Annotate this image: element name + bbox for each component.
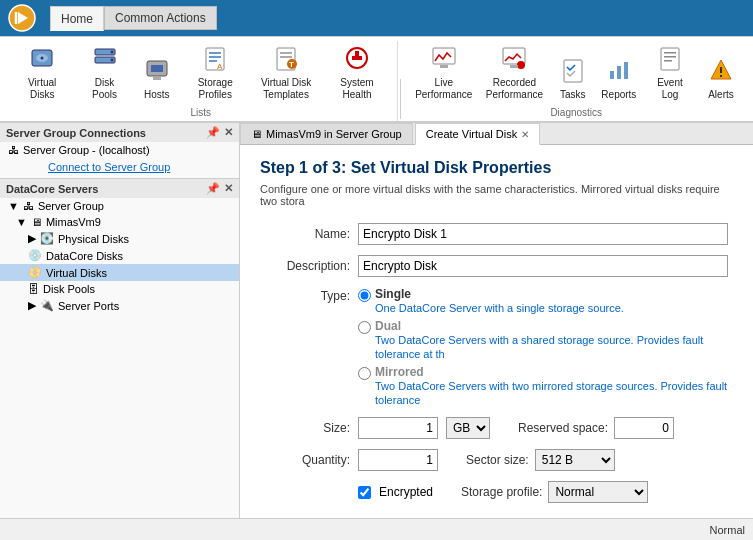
ribbon: Virtual Disks Disk Pools [0,37,753,123]
sector-size-select[interactable]: 512 B 4096 B [535,449,615,471]
connect-to-server-group-link[interactable]: Connect to Server Group [24,161,170,173]
tab-mimasvm9-label: MimasVm9 in Server Group [266,128,402,140]
ribbon-label-system-health: System Health [328,77,387,101]
radio-option-single[interactable]: Single One DataCore Server with a single… [358,287,733,315]
radio-option-mirrored[interactable]: Mirrored Two DataCore Servers with two m… [358,365,733,407]
virtual-disk-templates-icon: T [273,45,299,75]
common-actions-tab[interactable]: Common Actions [104,6,217,30]
recorded-performance-icon [501,45,527,75]
svg-rect-34 [624,62,628,79]
svg-rect-33 [617,66,621,79]
mimasvm9-expand[interactable]: ▼ [16,216,27,228]
tab-mimasvm9-icon: 🖥 [251,128,262,140]
svg-rect-31 [564,60,582,82]
status-bar: Normal [0,518,753,540]
physical-disks-expand[interactable]: ▶ [28,232,36,245]
home-tab[interactable]: Home [50,6,104,31]
radio-mirrored-desc: Two DataCore Servers with two mirrored s… [375,380,727,406]
wizard-content: Step 1 of 3: Set Virtual Disk Properties… [240,145,753,527]
svg-rect-36 [664,52,676,54]
quantity-controls [358,449,438,471]
radio-option-dual[interactable]: Dual Two DataCore Servers with a shared … [358,319,733,361]
name-input[interactable] [358,223,728,245]
ribbon-item-tasks[interactable]: Tasks [551,53,595,105]
ribbon-item-recorded-performance[interactable]: Recorded Performance [480,41,549,105]
svg-rect-12 [153,77,161,80]
sidebar-connections-pin[interactable]: 📌 [206,126,220,139]
physical-disks-label: Physical Disks [58,233,129,245]
ribbon-section-diagnostics: Live Performance Recorded Performance [403,41,749,121]
sidebar-connections-icons: 📌 ✕ [206,126,233,139]
storage-profile-select[interactable]: Normal High Low [548,481,648,503]
form-row-quantity: Quantity: Sector size: 512 B 4096 B [260,449,733,471]
svg-rect-20 [280,56,292,58]
svg-rect-32 [610,71,614,79]
svg-rect-16 [209,60,217,62]
close-tab-button[interactable]: ✕ [521,129,529,140]
svg-rect-14 [209,52,221,54]
sidebar-item-disk-pools[interactable]: 🗄 Disk Pools [0,281,239,297]
disk-pools-tree-icon: 🗄 [28,283,39,295]
ribbon-item-event-log[interactable]: Event Log [643,41,697,105]
sidebar-server-group-connections[interactable]: 🖧 Server Group - (localhost) [0,142,239,158]
reserved-space-input[interactable] [614,417,674,439]
app-logo[interactable] [6,2,38,34]
ribbon-item-storage-profiles[interactable]: A Storage Profiles [181,41,250,105]
ribbon-item-reports[interactable]: Reports [597,53,641,105]
sidebar-servers-pin[interactable]: 📌 [206,182,220,195]
svg-point-5 [41,57,44,60]
form-row-encrypted: Encrypted Storage profile: Normal High L… [260,481,733,503]
main-area: Server Group Connections 📌 ✕ 🖧 Server Gr… [0,123,753,540]
ribbon-label-tasks: Tasks [560,89,586,101]
ribbon-item-hosts[interactable]: Hosts [135,53,179,105]
ribbon-item-system-health[interactable]: System Health [323,41,392,105]
radio-single[interactable] [358,289,371,302]
ribbon-item-live-performance[interactable]: Live Performance [409,41,478,105]
type-label: Type: [260,287,350,303]
tab-create-virtual-disk-label: Create Virtual Disk [426,128,518,140]
ribbon-item-virtual-disk-templates[interactable]: T Virtual Disk Templates [252,41,321,105]
ribbon-item-virtual-disks[interactable]: Virtual Disks [10,41,74,105]
form-row-description: Description: [260,255,733,277]
sidebar-servers-header: DataCore Servers 📌 ✕ [0,179,239,198]
radio-single-label: Single [375,287,411,301]
sidebar-item-physical-disks[interactable]: ▶ 💽 Physical Disks [0,230,239,247]
size-input[interactable] [358,417,438,439]
tab-create-virtual-disk[interactable]: Create Virtual Disk ✕ [415,123,541,145]
server-ports-icon: 🔌 [40,299,54,312]
svg-rect-30 [510,65,518,68]
sidebar-item-mimasvm9[interactable]: ▼ 🖥 MimasVm9 [0,214,239,230]
reports-icon [606,57,632,87]
form-row-name: Name: [260,223,733,245]
sidebar-connections-title: Server Group Connections [6,127,146,139]
content-area: 🖥 MimasVm9 in Server Group Create Virtua… [240,123,753,540]
tasks-icon [560,57,586,87]
ribbon-item-disk-pools[interactable]: Disk Pools [76,41,132,105]
server-group-expand[interactable]: ▼ [8,200,19,212]
sidebar-item-server-group[interactable]: ▼ 🖧 Server Group [0,198,239,214]
ribbon-item-alerts[interactable]: Alerts [699,53,743,105]
sidebar-connections-close[interactable]: ✕ [224,126,233,139]
tab-mimasvm9[interactable]: 🖥 MimasVm9 in Server Group [240,123,413,144]
alerts-icon [708,57,734,87]
radio-mirrored[interactable] [358,367,371,380]
sidebar-connections-section: Server Group Connections 📌 ✕ 🖧 Server Gr… [0,123,239,179]
quantity-input[interactable] [358,449,438,471]
sidebar-item-virtual-disks[interactable]: 📀 Virtual Disks [0,264,239,281]
sidebar-servers-close[interactable]: ✕ [224,182,233,195]
svg-rect-41 [720,75,722,77]
sidebar-item-server-ports[interactable]: ▶ 🔌 Server Ports [0,297,239,314]
virtual-disks-icon [29,45,55,75]
mimasvm9-icon: 🖥 [31,216,42,228]
hosts-icon [144,57,170,87]
encrypted-checkbox[interactable] [358,486,371,499]
size-unit-select[interactable]: GB MB TB [446,417,490,439]
server-ports-expand[interactable]: ▶ [28,299,36,312]
svg-rect-37 [664,56,676,58]
form-row-type: Type: Single One DataCore Server with a … [260,287,733,407]
radio-dual[interactable] [358,321,371,334]
sidebar-servers-title: DataCore Servers [6,183,98,195]
sidebar-item-datacore-disks[interactable]: 💿 DataCore Disks [0,247,239,264]
description-input[interactable] [358,255,728,277]
ribbon-section-lists-label: Lists [190,105,211,121]
